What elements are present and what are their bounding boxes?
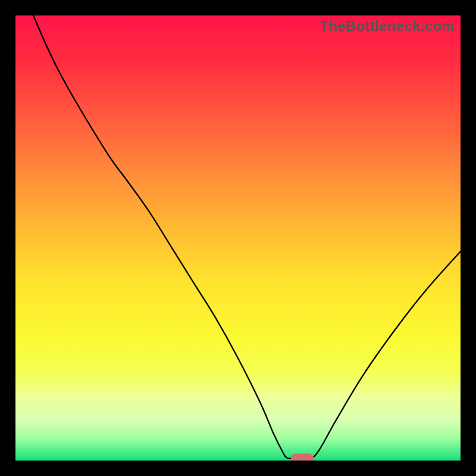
plot-area: TheBottleneck.com <box>15 15 461 461</box>
bottleneck-curve <box>15 15 461 461</box>
chart-frame: TheBottleneck.com <box>0 0 476 476</box>
optimal-marker <box>291 454 314 461</box>
